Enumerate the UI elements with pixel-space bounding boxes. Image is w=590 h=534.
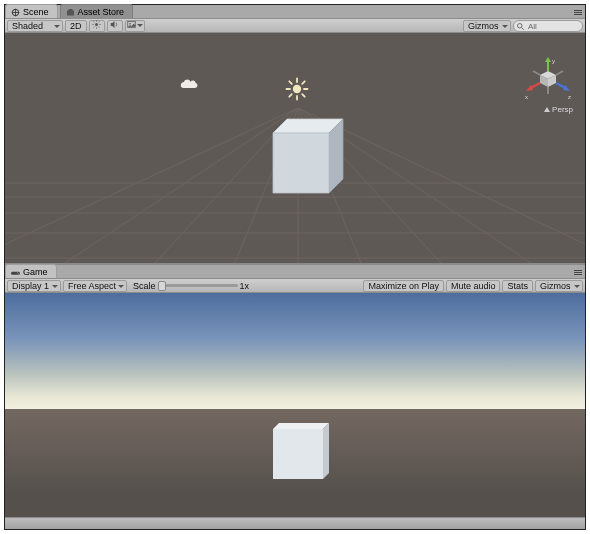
svg-point-5: [95, 23, 98, 26]
scene-viewport[interactable]: x y z Persp: [5, 33, 585, 263]
display-dropdown[interactable]: Display 1: [7, 280, 61, 292]
svg-marker-56: [544, 107, 550, 112]
svg-line-40: [302, 81, 305, 84]
aspect-label: Free Aspect: [68, 281, 116, 291]
projection-toggle[interactable]: Persp: [523, 105, 573, 114]
svg-line-11: [99, 27, 100, 28]
svg-marker-59: [273, 423, 329, 429]
sun-icon: [92, 20, 101, 31]
game-panel-menu-icon[interactable]: [571, 266, 585, 278]
svg-point-16: [518, 23, 523, 28]
svg-line-10: [94, 22, 95, 23]
scene-tab-strip: Scene Asset Store: [5, 5, 585, 19]
svg-line-39: [289, 94, 292, 97]
game-gizmos-label: Gizmos: [540, 281, 571, 291]
skybox-gizmo-icon[interactable]: [179, 79, 199, 93]
search-icon: [516, 22, 525, 31]
tab-scene-label: Scene: [23, 7, 49, 17]
search-placeholder: All: [528, 22, 537, 31]
skybox-sky: [5, 293, 585, 409]
speaker-icon: [110, 20, 119, 31]
tab-scene[interactable]: Scene: [5, 4, 58, 18]
gizmos-label: Gizmos: [468, 21, 499, 31]
svg-marker-60: [323, 423, 329, 479]
scale-slider[interactable]: [158, 281, 238, 291]
game-tab-strip: Game: [5, 265, 585, 279]
scale-label: Scale: [133, 281, 156, 291]
image-icon: [127, 20, 136, 31]
tab-asset-store-label: Asset Store: [78, 7, 125, 17]
svg-line-13: [99, 22, 100, 23]
2d-toggle-label: 2D: [70, 21, 82, 31]
gizmo-x-label: x: [525, 94, 528, 100]
cube-object[interactable]: [255, 117, 351, 205]
gizmos-dropdown[interactable]: Gizmos: [463, 20, 511, 32]
gizmo-y-label: y: [552, 58, 555, 64]
orientation-gizmo[interactable]: x y z Persp: [523, 57, 573, 113]
game-viewport[interactable]: [5, 293, 585, 517]
tab-game[interactable]: Game: [5, 264, 57, 278]
svg-marker-50: [526, 85, 533, 91]
gizmo-z-label: z: [568, 94, 571, 100]
aspect-dropdown[interactable]: Free Aspect: [63, 280, 127, 292]
svg-rect-3: [67, 10, 74, 15]
svg-point-58: [18, 273, 19, 274]
svg-line-12: [94, 27, 95, 28]
scene-icon: [11, 8, 20, 17]
panel-menu-icon[interactable]: [571, 6, 585, 18]
projection-label: Persp: [552, 105, 573, 114]
svg-point-57: [17, 272, 18, 273]
svg-point-32: [293, 85, 301, 93]
svg-line-54: [556, 71, 563, 75]
status-bar: [5, 517, 585, 529]
game-icon: [11, 268, 20, 277]
game-gizmos-dropdown[interactable]: Gizmos: [535, 280, 583, 292]
maximize-label: Maximize on Play: [368, 281, 439, 291]
audio-toggle[interactable]: [107, 20, 123, 32]
svg-line-17: [521, 27, 523, 29]
game-toolbar: Display 1 Free Aspect Scale 1x Maximize …: [5, 279, 585, 293]
scene-search-input[interactable]: All: [513, 20, 583, 32]
svg-marker-61: [273, 429, 323, 479]
mute-label: Mute audio: [451, 281, 496, 291]
2d-toggle[interactable]: 2D: [65, 20, 87, 32]
display-label: Display 1: [12, 281, 49, 291]
mute-audio-toggle[interactable]: Mute audio: [446, 280, 501, 292]
effects-dropdown[interactable]: [125, 20, 145, 32]
scene-toolbar: Shaded 2D Gizmos: [5, 19, 585, 33]
scale-value: 1x: [240, 281, 250, 291]
svg-line-38: [302, 94, 305, 97]
tab-asset-store[interactable]: Asset Store: [60, 4, 134, 18]
svg-line-37: [289, 81, 292, 84]
cube-object-game: [267, 421, 335, 487]
shading-mode-label: Shaded: [12, 21, 43, 31]
directional-light-gizmo-icon[interactable]: [285, 77, 309, 103]
asset-store-icon: [66, 8, 75, 17]
svg-marker-43: [273, 133, 329, 193]
svg-rect-4: [68, 9, 72, 11]
shading-mode-dropdown[interactable]: Shaded: [7, 20, 63, 32]
scene-lighting-toggle[interactable]: [89, 20, 105, 32]
stats-label: Stats: [507, 281, 528, 291]
svg-line-53: [533, 71, 540, 75]
svg-marker-52: [563, 85, 570, 91]
svg-point-15: [129, 23, 131, 25]
stats-toggle[interactable]: Stats: [502, 280, 533, 292]
maximize-on-play-toggle[interactable]: Maximize on Play: [363, 280, 444, 292]
tab-game-label: Game: [23, 267, 48, 277]
svg-marker-48: [545, 57, 551, 62]
